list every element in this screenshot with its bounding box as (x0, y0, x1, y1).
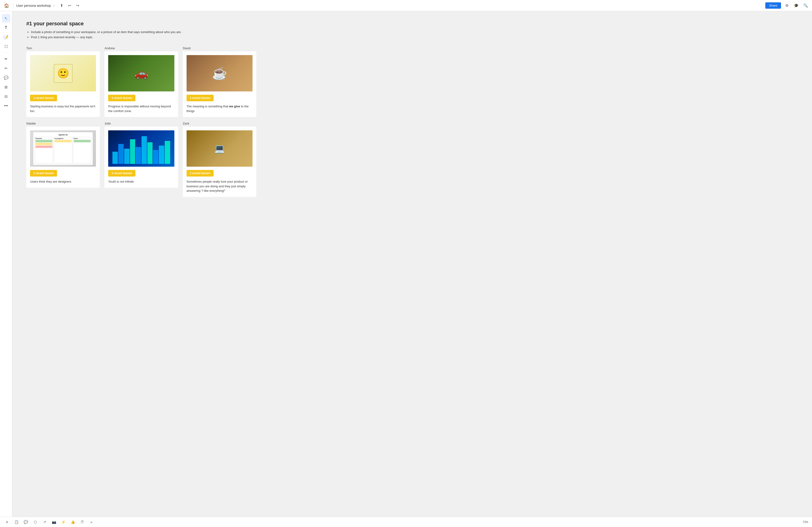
bottom-grid-tool[interactable]: # (4, 519, 10, 525)
card-natalie: Sprint #2 Planned In progress (26, 126, 100, 188)
person-label-julie: Julie (104, 122, 178, 125)
card-text-julie: Youth is not infinite (108, 179, 174, 184)
lesson-button-andrew[interactable]: 1 recent lesson (108, 95, 135, 101)
redo-button[interactable]: ↪ (74, 2, 81, 9)
rectangle-tool[interactable]: ☐ (2, 42, 10, 51)
bar-10 (165, 141, 170, 164)
card-text-natalie: Users think they are designers (30, 179, 96, 184)
bullet-1: Include a photo of something in your wor… (31, 30, 798, 35)
top-bar: 🏠 User persona workshop ☆ ⬆ ↩ ↪ Share ⚙ … (0, 0, 812, 11)
bar-8 (153, 150, 158, 164)
search-icon[interactable]: 🔍 (802, 2, 809, 9)
bottom-video-tool[interactable]: 📷 (51, 519, 57, 525)
bottom-timer-tool[interactable]: ⏱ (79, 519, 85, 525)
settings-icon[interactable]: ⚙ (783, 2, 791, 9)
bar-2 (118, 144, 124, 164)
star-icon[interactable]: ☆ (52, 4, 55, 7)
toolbar-actions: ⬆ ↩ ↪ (58, 2, 81, 9)
sticky-2 (35, 143, 52, 145)
card-text-david-bold: we give (229, 105, 240, 108)
bar-4 (130, 139, 135, 164)
lesson-button-natalie[interactable]: 1 recent lesson (30, 170, 57, 177)
pen-tool[interactable]: ✒ (2, 55, 10, 63)
person-column-tom: Tom 🙂 1 recent lesson Starting business … (26, 46, 100, 117)
comment-tool[interactable]: 💬 (2, 73, 10, 82)
sprint-inprogress: In progress (54, 137, 72, 164)
frame-tool[interactable]: ⊟ (2, 92, 10, 101)
card-text-david: The meaning is something that we give to… (187, 104, 252, 113)
document-title: User persona workshop (16, 4, 51, 7)
sprint-title: Sprint #2 (35, 134, 91, 136)
cards-grid: Tom 🙂 1 recent lesson Starting business … (26, 46, 256, 197)
coffee-icon: ☕ (212, 66, 227, 80)
sticky-4 (55, 140, 71, 142)
card-julie: 1 recent lesson Youth is not infinite (104, 126, 178, 188)
pencil-tool[interactable]: ✏ (2, 64, 10, 73)
car-icon: 🚗 (134, 67, 148, 80)
section-heading: #1 your personal space (26, 21, 798, 27)
bottom-collapse-tool[interactable]: « (88, 519, 95, 525)
bar-1 (112, 152, 118, 164)
card-zack: 💻 1 recent lesson Sometimes people reall… (183, 126, 256, 197)
sticky-5 (74, 140, 91, 142)
text-tool[interactable]: T (2, 24, 10, 32)
card-text-tom: Starting business is easy but the paperw… (30, 104, 96, 113)
upload-button[interactable]: ⬆ (58, 2, 65, 9)
lesson-button-zack[interactable]: 1 recent lesson (187, 170, 214, 177)
card-image-david: ☕ (187, 55, 252, 91)
sticky-1 (35, 140, 52, 142)
person-column-zack: Zack 💻 1 recent lesson Sometimes people … (183, 122, 256, 197)
document-title-area: User persona workshop ☆ (16, 4, 55, 7)
card-image-natalie: Sprint #2 Planned In progress (30, 130, 96, 167)
sprint-columns: Planned In progress (35, 137, 91, 164)
card-tom: 🙂 1 recent lesson Starting business is e… (26, 51, 100, 117)
person-label-david: David (183, 46, 256, 50)
bottom-lightning-tool[interactable]: ⚡ (60, 519, 67, 525)
sticky-note-tool[interactable]: 📝 (2, 33, 10, 41)
bottom-link-tool[interactable]: ↗ (41, 519, 48, 525)
sprint-board: Sprint #2 Planned In progress (33, 132, 93, 165)
left-toolbar: ↖ T 📝 ☐ ✒ ✏ 💬 ⊞ ⊟ ••• (0, 11, 12, 517)
card-text-andrew: Progress is impossible without moving be… (108, 104, 174, 113)
more-tools[interactable]: ••• (2, 102, 10, 110)
bottom-shape-tool[interactable]: ⬡ (32, 519, 39, 525)
education-icon[interactable]: 🎓 (793, 2, 800, 9)
card-david: ☕ 1 recent lesson The meaning is somethi… (183, 51, 256, 117)
tech-icon: 💻 (214, 144, 225, 153)
lesson-button-david[interactable]: 1 recent lesson (187, 95, 214, 101)
person-column-natalie: Natalie Sprint #2 Planned (26, 122, 100, 197)
bottom-sticky-tool[interactable]: 📋 (13, 519, 20, 525)
person-label-natalie: Natalie (26, 122, 100, 125)
card-andrew: 🚗 1 recent lesson Progress is impossible… (104, 51, 178, 117)
person-column-david: David ☕ 1 recent lesson The meaning is s… (183, 46, 256, 117)
crop-tool[interactable]: ⊞ (2, 83, 10, 91)
bullet-2: Post 1 thing you learned recently — any … (31, 35, 798, 40)
home-button[interactable]: 🏠 (3, 2, 10, 10)
card-image-andrew: 🚗 (108, 55, 174, 91)
person-label-tom: Tom (26, 46, 100, 50)
bar-3 (124, 149, 130, 164)
bar-7 (147, 142, 153, 164)
bottom-bar: # 📋 💬 ⬡ ↗ 📷 ⚡ 👍 ⏱ « 72% (0, 517, 812, 527)
card-text-zack: Sometimes people really love your produc… (187, 179, 252, 193)
card-image-julie (108, 130, 174, 167)
person-label-zack: Zack (183, 122, 256, 125)
person-column-julie: Julie (104, 122, 178, 197)
canvas-area[interactable]: #1 your personal space Include a photo o… (12, 11, 812, 517)
card-image-zack: 💻 (187, 130, 252, 167)
sprint-col-inprogress: In progress (55, 138, 71, 139)
bottom-like-tool[interactable]: 👍 (70, 519, 76, 525)
sticky-3 (35, 146, 52, 148)
lesson-button-tom[interactable]: 1 recent lesson (30, 95, 57, 101)
undo-button[interactable]: ↩ (66, 2, 73, 9)
bar-5 (136, 147, 141, 164)
section-bullets: Include a photo of something in your wor… (26, 30, 798, 40)
bottom-comment-tool[interactable]: 💬 (23, 519, 29, 525)
sprint-done: Done (73, 137, 91, 164)
toolbar-divider (3, 52, 10, 53)
share-button[interactable]: Share (765, 2, 781, 9)
smiley-icon: 🙂 (54, 64, 73, 83)
lesson-button-julie[interactable]: 1 recent lesson (108, 170, 135, 177)
cursor-tool[interactable]: ↖ (2, 14, 10, 22)
sprint-planned: Planned (35, 137, 53, 164)
